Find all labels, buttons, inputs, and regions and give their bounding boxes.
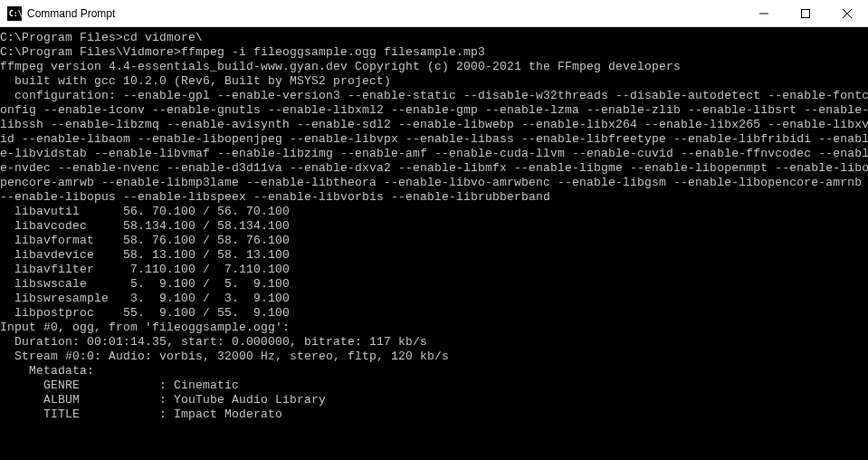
terminal-line: Duration: 00:01:14.35, start: 0.000000, … [0, 335, 868, 350]
terminal-line: libavcodec 58.134.100 / 58.134.100 [0, 219, 868, 234]
terminal-line: ffmpeg version 4.4-essentials_build-www.… [0, 60, 868, 74]
app-icon: C:\ [7, 6, 22, 21]
terminal-line: libavfilter 7.110.100 / 7.110.100 [0, 263, 868, 277]
terminal-line: configuration: --enable-gpl --enable-ver… [0, 89, 868, 103]
terminal-line: libavutil 56. 70.100 / 56. 70.100 [0, 205, 868, 219]
minimize-button[interactable] [743, 0, 785, 26]
svg-text:C:\: C:\ [9, 10, 22, 18]
window-controls [743, 0, 868, 26]
svg-rect-3 [802, 9, 810, 17]
command-prompt-window: C:\ Command Prompt C:\Program Files>cd v… [0, 0, 868, 460]
terminal-line: libavformat 58. 76.100 / 58. 76.100 [0, 234, 868, 248]
terminal-line: --enable-libopus --enable-libspeex --ena… [0, 190, 868, 205]
terminal-line: e-nvdec --enable-nvenc --enable-d3d11va … [0, 161, 868, 176]
terminal-line: onfig --enable-iconv --enable-gnutls --e… [0, 103, 868, 118]
terminal-line: libssh --enable-libzmq --enable-avisynth… [0, 118, 868, 132]
maximize-button[interactable] [785, 0, 826, 26]
terminal-line: libswresample 3. 9.100 / 3. 9.100 [0, 292, 868, 306]
terminal-line: libavdevice 58. 13.100 / 58. 13.100 [0, 248, 868, 263]
terminal-line: GENRE : Cinematic [0, 379, 868, 393]
terminal-line: libswscale 5. 9.100 / 5. 9.100 [0, 277, 868, 292]
terminal-line: C:\Program Files\Vidmore>ffmpeg -i fileo… [0, 45, 868, 60]
terminal-line: TITLE : Impact Moderato [0, 407, 868, 422]
window-title: Command Prompt [27, 7, 743, 20]
close-button[interactable] [826, 0, 868, 26]
terminal-line: Metadata: [0, 364, 868, 379]
terminal-line: pencore-amrwb --enable-libmp3lame --enab… [0, 176, 868, 190]
terminal-line: id --enable-libaom --enable-libopenjpeg … [0, 132, 868, 147]
terminal-line: C:\Program Files>cd vidmore\ [0, 31, 868, 45]
terminal-line: ALBUM : YouTube Audio Library [0, 393, 868, 407]
terminal-line: libpostproc 55. 9.100 / 55. 9.100 [0, 306, 868, 321]
terminal-line: Input #0, ogg, from 'fileoggsample.ogg': [0, 321, 868, 335]
terminal-output[interactable]: C:\Program Files>cd vidmore\C:\Program F… [0, 27, 868, 460]
terminal-line: built with gcc 10.2.0 (Rev6, Built by MS… [0, 74, 868, 89]
terminal-line: e-libvidstab --enable-libvmaf --enable-l… [0, 147, 868, 161]
terminal-line: Stream #0:0: Audio: vorbis, 32000 Hz, st… [0, 350, 868, 364]
titlebar: C:\ Command Prompt [0, 0, 868, 27]
